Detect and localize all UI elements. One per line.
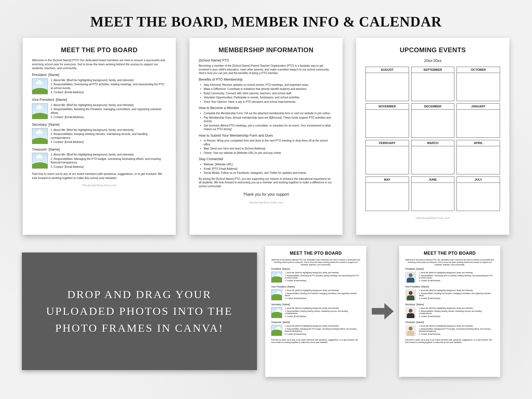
footer-url: TMLdesignShop.Etsy.com [199, 201, 333, 204]
photo-placeholder-icon [271, 307, 282, 318]
submit-list: In-Person: Bring your completed form and… [199, 139, 333, 155]
mini-page-after: MEET THE PTO BOARD Welcome to the [Schoo… [399, 246, 500, 377]
line: 3. Contact: [Email Address] [51, 140, 166, 144]
list-item: Online: Visit our website at [Website UR… [204, 151, 333, 155]
member-lines: 1. About Me: [Brief bio highlighting bac… [51, 78, 166, 95]
arrow-right-icon [372, 303, 394, 319]
line: 1. About Me: [Brief bio highlighting bac… [51, 153, 166, 157]
calendar-subtitle: 20xx-20xx [366, 58, 500, 63]
mini-intro: Welcome to the [School Name] PTO! Our de… [405, 259, 494, 266]
role-label: Vice President: [Name] [32, 98, 166, 102]
role-label: Treasurer: [Name] [405, 321, 494, 324]
line: 2. Responsibilities: Assisting the Presi… [285, 292, 360, 297]
portrait-photo-icon [405, 325, 416, 336]
list-item: Website: [Website URL] [204, 163, 333, 166]
month-box: JANUARY [457, 103, 500, 138]
line: 3. Contact: [Email Address] [419, 297, 494, 300]
role-label: President: [Name] [405, 268, 494, 271]
role-label: Vice President: [Name] [271, 285, 360, 288]
month-label: NOVEMBER [366, 104, 409, 110]
month-label: DECEMBER [411, 104, 454, 110]
month-label: SEPTEMBER [411, 67, 454, 73]
list-item: Complete the Membership Form: Fill out t… [204, 112, 333, 115]
month-label: FEBRUARY [366, 140, 409, 146]
mini-title: MEET THE PTO BOARD [271, 251, 360, 256]
month-box: MAY [366, 177, 409, 211]
role-label: Secretary: [Name] [405, 303, 494, 306]
mini-title: MEET THE PTO BOARD [405, 251, 494, 256]
mini-comparison: MEET THE PTO BOARD Welcome to the [Schoo… [265, 246, 500, 377]
line: 3. Contact: [Email Address] [419, 280, 494, 282]
page-calendar: UPCOMING EVENTS 20xx-20xx AUGUST SEPTEMB… [356, 38, 509, 235]
month-label: AUGUST [366, 67, 409, 73]
footer-url: TMLdesignShop.Etsy.com [32, 184, 166, 187]
line: 1. About Me: [Brief bio highlighting bac… [285, 325, 360, 327]
footer-url: TMLdesignShop.Etsy.com [366, 216, 500, 220]
month-label: JUNE [411, 177, 454, 183]
line: 2. Responsibilities: Assisting the Presi… [51, 107, 166, 115]
member-president: President: [Name] 1. About Me: [Brief bi… [32, 73, 166, 95]
role-label: President: [Name] [271, 268, 360, 271]
month-label: MARCH [411, 140, 454, 146]
main-title: MEET THE BOARD, MEMBER INFO & CALENDAR [0, 0, 532, 38]
line: 1. About Me: [Brief bio highlighting bac… [285, 272, 360, 274]
month-label: OCTOBER [457, 67, 500, 73]
portrait-photo-icon [405, 307, 416, 318]
month-box: FEBRUARY [366, 140, 409, 174]
line: 2. Responsibilities: Managing the PTO bu… [419, 328, 494, 333]
role-label: President: [Name] [32, 73, 166, 77]
month-box: DECEMBER [411, 103, 455, 138]
line: 2. Responsibilities: Keeping meeting min… [285, 310, 360, 315]
line: 1. About Me: [Brief bio highlighting bac… [51, 128, 166, 132]
stay-heading: Stay Connected [199, 157, 333, 162]
bottom-row: DROP AND DRAG YOUR UPLOADED PHOTOS INTO … [0, 235, 532, 377]
month-box: JUNE [411, 177, 455, 211]
membership-intro: Becoming a member of the [School Name] P… [199, 64, 333, 75]
month-box: MARCH [411, 140, 455, 174]
line: 1. About Me: [Brief bio highlighting bac… [419, 272, 494, 274]
calendar-title: UPCOMING EVENTS [366, 46, 500, 54]
role-label: Secretary: [Name] [271, 303, 360, 306]
line: 2. Responsibilities: Assisting the Presi… [419, 292, 494, 297]
list-item: Build Community: Connect with other pare… [204, 92, 333, 95]
page-board: MEET THE PTO BOARD Welcome to the [Schoo… [23, 38, 176, 235]
list-item: Voice Your Opinion: Have a say in PTO de… [204, 100, 333, 104]
school-heading: [School Name] PTO [199, 58, 333, 63]
photo-placeholder-icon [271, 289, 282, 300]
month-box: NOVEMBER [366, 103, 409, 138]
benefits-heading: Benefits of PTO Membership [199, 77, 333, 82]
member-lines: 1. About Me: [Brief bio highlighting bac… [51, 103, 166, 120]
month-label: JANUARY [457, 104, 500, 110]
mini-intro: Welcome to the [School Name] PTO! Our de… [271, 259, 360, 266]
line: 3. Contact: [Email Address] [51, 90, 166, 94]
submit-heading: How to Submit Your Membership Form and D… [199, 133, 333, 138]
line: 1. About Me: [Brief bio highlighting bac… [51, 78, 166, 82]
become-heading: How to Become a Member [199, 106, 333, 110]
member-vice-president: Vice President: [Name] 1. About Me: [Bri… [32, 98, 166, 120]
list-item: Get Involved: Attend PTO meetings, join … [204, 124, 333, 131]
member-lines: 1. About Me: [Brief bio highlighting bac… [51, 153, 166, 169]
list-item: Social Media: Follow us on Facebook, Ins… [204, 171, 333, 175]
month-box: APRIL [457, 140, 500, 174]
list-item: Make a Difference: Contribute to initiat… [204, 87, 333, 91]
membership-title: MEMBERSHIP INFORMATION [199, 46, 333, 54]
list-item: Pay Membership Dues: Annual membership d… [204, 116, 333, 123]
line: 2. Responsibilities: Managing the PTO bu… [285, 328, 360, 333]
membership-closing: By joining the [School Name] PTO, you ar… [199, 177, 333, 188]
portrait-photo-icon [405, 272, 416, 283]
line: 1. About Me: [Brief bio highlighting bac… [285, 289, 360, 292]
line: 1. About Me: [Brief bio highlighting bac… [419, 325, 494, 327]
list-item: Stay Informed: Receive updates on school… [204, 83, 333, 87]
line: 2. Responsibilities: Keeping meeting min… [51, 132, 166, 140]
mini-closing: Feel free to reach out to any of our boa… [271, 339, 360, 344]
line: 2. Responsibilities: Overseeing all PTO … [419, 275, 494, 279]
role-label: Secretary: [Name] [32, 122, 166, 127]
list-item: Mail: Send your form and dues to [School… [204, 147, 333, 151]
benefits-list: Stay Informed: Receive updates on school… [199, 83, 333, 104]
line: 3. Contact: [Email Address] [285, 280, 360, 282]
month-box: OCTOBER [457, 67, 500, 101]
member-secretary: Secretary: [Name] 1. About Me: [Brief bi… [32, 122, 166, 145]
line: 1. About Me: [Brief bio highlighting bac… [419, 307, 494, 309]
portrait-photo-icon [405, 289, 416, 300]
photo-placeholder-icon [271, 272, 282, 283]
